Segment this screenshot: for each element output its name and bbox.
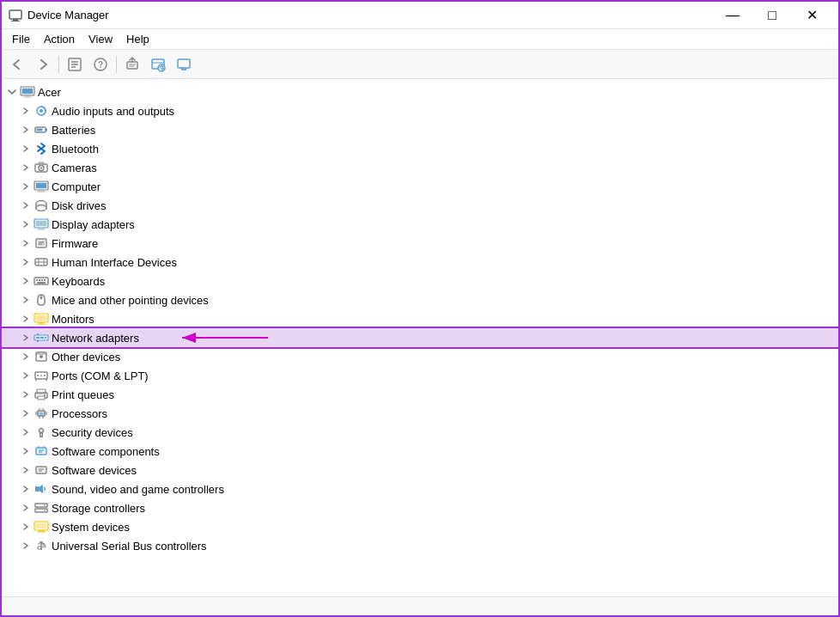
tree-item-ports[interactable]: Ports (COM & LPT) xyxy=(2,366,838,385)
menu-action[interactable]: Action xyxy=(37,31,82,47)
tree-item-sound[interactable]: Sound, video and game controllers xyxy=(2,480,838,498)
tree-item-other[interactable]: Other devices xyxy=(2,347,838,366)
cameras-expander[interactable] xyxy=(19,161,33,174)
svg-rect-59 xyxy=(40,296,43,299)
processors-expander[interactable] xyxy=(19,406,33,420)
content-area[interactable]: Acer Audio inputs and outputs xyxy=(2,79,838,596)
svg-rect-62 xyxy=(39,322,44,324)
tree-item-mice[interactable]: Mice and other pointing devices xyxy=(2,290,838,309)
tree-item-security[interactable]: Security devices xyxy=(2,423,838,442)
svg-rect-57 xyxy=(37,282,46,284)
mice-label: Mice and other pointing devices xyxy=(52,294,209,307)
menu-view[interactable]: View xyxy=(82,31,119,47)
batteries-expander[interactable] xyxy=(19,123,33,137)
tree-item-audio[interactable]: Audio inputs and outputs xyxy=(2,101,838,120)
svg-point-73 xyxy=(40,355,43,358)
help-button[interactable]: ? xyxy=(88,53,113,76)
hid-expander[interactable] xyxy=(19,255,33,269)
software-devices-icon xyxy=(33,463,50,477)
ports-expander[interactable] xyxy=(19,369,33,382)
audio-icon xyxy=(33,104,50,118)
svg-rect-0 xyxy=(9,10,21,19)
print-expander[interactable] xyxy=(19,388,33,401)
system-expander[interactable] xyxy=(19,520,33,534)
svg-point-77 xyxy=(40,375,42,376)
svg-rect-34 xyxy=(37,192,46,192)
menu-help[interactable]: Help xyxy=(119,31,156,47)
security-expander[interactable] xyxy=(19,425,33,439)
forward-button[interactable] xyxy=(31,53,55,76)
menu-file[interactable]: File xyxy=(5,31,37,47)
tree-item-bluetooth[interactable]: Bluetooth xyxy=(2,139,838,158)
properties-button[interactable] xyxy=(63,53,87,76)
svg-rect-65 xyxy=(36,337,40,339)
other-label: Other devices xyxy=(52,351,120,363)
storage-expander[interactable] xyxy=(19,501,33,515)
scan-changes-button[interactable] xyxy=(146,53,170,76)
tree-item-network[interactable]: Network adapters xyxy=(2,328,838,347)
display-icon xyxy=(33,217,50,231)
ports-label: Ports (COM & LPT) xyxy=(52,370,149,382)
svg-rect-103 xyxy=(36,467,46,473)
tree-item-print[interactable]: Print queues xyxy=(2,385,838,404)
sound-expander[interactable] xyxy=(19,482,33,496)
mice-expander[interactable] xyxy=(19,293,33,307)
disk-icon xyxy=(33,199,50,212)
computer-expander[interactable] xyxy=(19,180,33,193)
bluetooth-label: Bluetooth xyxy=(52,143,99,156)
svg-rect-33 xyxy=(39,190,44,192)
bluetooth-expander[interactable] xyxy=(19,142,33,156)
system-icon xyxy=(33,520,50,534)
svg-rect-55 xyxy=(41,279,43,281)
audio-expander[interactable] xyxy=(19,104,33,118)
back-button[interactable] xyxy=(5,53,29,76)
minimize-button[interactable]: — xyxy=(713,2,752,29)
svg-rect-83 xyxy=(38,396,45,400)
maximize-button[interactable]: □ xyxy=(752,2,792,29)
tree-item-software-devices[interactable]: Software devices xyxy=(2,461,838,480)
tree-root-acer[interactable]: Acer xyxy=(2,82,838,101)
svg-rect-22 xyxy=(23,97,32,98)
tree-item-software-components[interactable]: Software components xyxy=(2,442,838,461)
tree-item-monitors[interactable]: Monitors xyxy=(2,309,838,328)
svg-rect-53 xyxy=(36,279,38,281)
svg-rect-112 xyxy=(36,523,46,528)
display-expander[interactable] xyxy=(19,217,33,231)
tree-item-computer[interactable]: Computer xyxy=(2,177,838,196)
acer-expander[interactable] xyxy=(5,85,19,99)
tree-item-usb[interactable]: Universal Serial Bus controllers xyxy=(2,536,838,555)
usb-expander[interactable] xyxy=(19,539,33,553)
batteries-label: Batteries xyxy=(52,124,95,137)
tree-item-storage[interactable]: Storage controllers xyxy=(2,498,838,517)
network-expander[interactable] xyxy=(19,331,33,345)
firmware-expander[interactable] xyxy=(19,236,33,250)
tree-item-firmware[interactable]: Firmware xyxy=(2,234,838,253)
tree-item-display[interactable]: Display adapters xyxy=(2,215,838,234)
computer-icon xyxy=(19,85,36,99)
keyboard-icon xyxy=(33,274,50,288)
tree-item-processors[interactable]: Processors xyxy=(2,404,838,423)
disk-expander[interactable] xyxy=(19,199,33,212)
tree-item-disk[interactable]: Disk drives xyxy=(2,196,838,215)
display-button[interactable] xyxy=(172,53,196,76)
tree-item-keyboards[interactable]: Keyboards xyxy=(2,272,838,290)
keyboards-expander[interactable] xyxy=(19,274,33,288)
svg-rect-119 xyxy=(43,546,46,547)
monitor-icon xyxy=(33,312,50,326)
hid-label: Human Interface Devices xyxy=(52,256,177,269)
update-driver-button[interactable] xyxy=(120,53,144,76)
monitors-expander[interactable] xyxy=(19,312,33,326)
software-devices-expander[interactable] xyxy=(19,463,33,477)
tree-item-cameras[interactable]: Cameras xyxy=(2,158,838,177)
usb-icon xyxy=(33,539,50,553)
svg-rect-61 xyxy=(36,315,46,321)
software-components-expander[interactable] xyxy=(19,444,33,458)
other-expander[interactable] xyxy=(19,350,33,363)
tree-item-system[interactable]: System devices xyxy=(2,517,838,536)
close-button[interactable]: ✕ xyxy=(792,2,831,29)
sound-icon xyxy=(33,482,50,496)
sound-label: Sound, video and game controllers xyxy=(52,483,224,496)
firmware-icon xyxy=(33,236,50,250)
tree-item-hid[interactable]: Human Interface Devices xyxy=(2,253,838,272)
tree-item-batteries[interactable]: Batteries xyxy=(2,120,838,139)
